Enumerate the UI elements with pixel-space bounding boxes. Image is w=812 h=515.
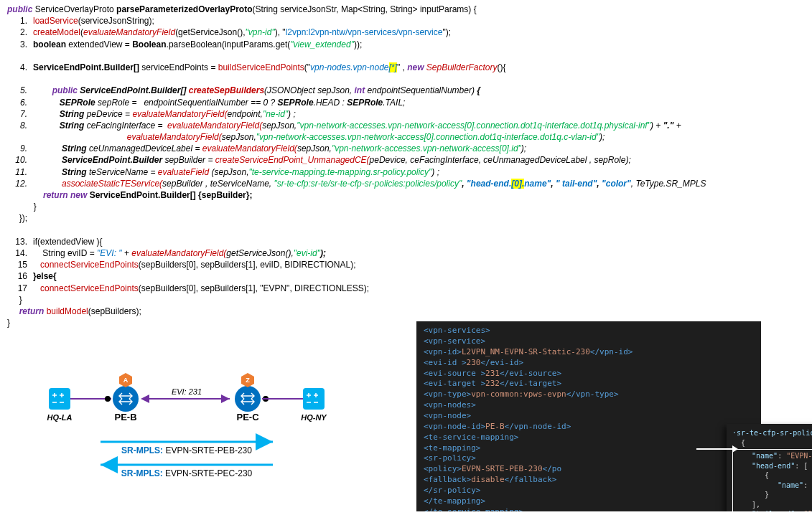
svg-text:HQ-LA: HQ-LA [47, 413, 73, 422]
svg-text:PE-C: PE-C [236, 412, 259, 422]
line-number: 8. [7, 120, 27, 131]
svg-text:A: A [123, 377, 129, 384]
svg-point-7 [235, 386, 261, 412]
line-number: 10. [7, 154, 27, 166]
svg-text:EVI: 231: EVI: 231 [172, 387, 202, 396]
diagram-svg: A Z HQ-LA PE-B PE-C HQ-NY EVI: 231 SR-MP… [36, 364, 345, 493]
svg-rect-8 [303, 388, 325, 410]
svg-point-1 [105, 396, 111, 402]
json-snippet: ·sr-te-cfp-sr-policies:policy": [ { "nam… [727, 424, 812, 511]
line-number: 7. [7, 108, 27, 120]
line-number: 3. [7, 39, 27, 50]
network-diagram: A Z HQ-LA PE-B PE-C HQ-NY EVI: 231 SR-MP… [36, 364, 345, 493]
line-number: 12. [7, 178, 27, 189]
arrow-icon [696, 442, 739, 456]
svg-rect-5 [49, 388, 70, 410]
line-number: 15 [7, 259, 27, 270]
line-number: 6. [7, 97, 27, 108]
svg-point-6 [113, 386, 139, 412]
svg-text:SR-MPLS: EVPN-SRTE-PEB-230: SR-MPLS: EVPN-SRTE-PEB-230 [121, 445, 252, 455]
line-number: 17 [7, 283, 27, 294]
line-number: 16 [7, 270, 27, 282]
line-number: 13. [7, 236, 27, 247]
line-number: 2. [7, 27, 27, 38]
line-number: 14. [7, 247, 27, 259]
svg-text:SR-MPLS: EVPN-SRTE-PEC-230: SR-MPLS: EVPN-SRTE-PEC-230 [121, 468, 253, 478]
svg-text:HQ-NY: HQ-NY [301, 413, 327, 422]
code-block: public ServiceOverlayProto parseParamete… [7, 4, 812, 329]
line-number: 5. [7, 85, 27, 96]
svg-text:Z: Z [246, 377, 250, 384]
line-number: 4. [7, 62, 27, 73]
keyword-public: public [7, 4, 32, 14]
line-number: 11. [7, 166, 27, 178]
line-number: 1. [7, 15, 27, 27]
line-number: 9. [7, 143, 27, 154]
svg-text:PE-B: PE-B [114, 412, 136, 422]
xml-snippet: <vpn-services> <vpn-service> <vpn-id>L2V… [416, 321, 761, 511]
